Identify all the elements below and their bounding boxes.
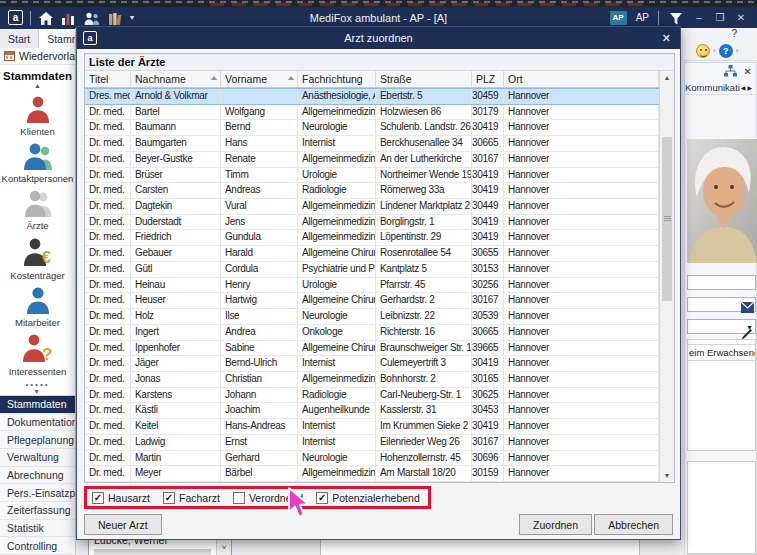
main-nav-item[interactable]: Zeiterfassung bbox=[0, 502, 75, 520]
table-cell: Hannover bbox=[504, 136, 659, 151]
tab-stammdaten[interactable]: Stammdaten bbox=[39, 29, 76, 48]
wiedervorlage-label: Wiedervorlage bbox=[19, 50, 76, 62]
table-row[interactable]: Dr. med. Gebauer Harald Allgemeine Chiru… bbox=[85, 246, 659, 262]
statistics-icon[interactable] bbox=[61, 11, 77, 25]
main-nav-item[interactable]: Abrechnung bbox=[0, 467, 75, 485]
sidebar-item-mitarbeiter[interactable]: Mitarbeiter bbox=[0, 285, 75, 328]
table-row[interactable]: Dr. med. Ladwig Ernst Internist Eilenrie… bbox=[85, 435, 659, 451]
table-cell: Dr. med. bbox=[85, 466, 131, 481]
contact-field[interactable] bbox=[687, 275, 756, 290]
scroll-up-icon[interactable]: ▲ bbox=[660, 71, 674, 84]
dialog-close-icon[interactable]: ✕ bbox=[662, 32, 680, 45]
main-nav-item[interactable]: Stammdaten bbox=[0, 396, 75, 414]
table-row[interactable]: Dr. med. Jonas Christian Allgemeinmedizi… bbox=[85, 372, 659, 388]
table-row[interactable]: Dr. med. Ippenhofer Sabine Allgemeine Ch… bbox=[85, 341, 659, 357]
collapse-up-icon[interactable]: ▲ bbox=[0, 82, 75, 90]
table-row[interactable]: Dr. med. Karstens Johann Radiologie Carl… bbox=[85, 388, 659, 404]
table-row[interactable]: Dr. med. Heuser Hartwig Allgemeine Chiru… bbox=[85, 293, 659, 309]
table-row[interactable]: Dr. med. Baumgarten Hans Internist Berck… bbox=[85, 136, 659, 152]
envelope-icon[interactable] bbox=[741, 299, 754, 317]
column-header-ort[interactable]: Ort bbox=[504, 71, 659, 87]
table-row[interactable]: Dr. med. Holz Ilse Neurologie Leibnizstr… bbox=[85, 309, 659, 325]
assign-button[interactable]: Zuordnen bbox=[519, 514, 592, 535]
ap-badge[interactable]: AP bbox=[610, 11, 627, 25]
table-row[interactable]: Dres. med. Arnold & Volkmar Anästhesiolo… bbox=[85, 88, 659, 105]
new-doctor-button[interactable]: Neuer Arzt bbox=[84, 514, 162, 535]
table-row[interactable]: Dr. med. Gütl Cordula Psychiatrie und Ps… bbox=[85, 262, 659, 278]
books-icon[interactable] bbox=[107, 11, 123, 25]
filter-checkbox[interactable]: ✓ Potenzialerhebend bbox=[316, 492, 420, 504]
table-row[interactable]: Dr. med. Bartel Wolfgang Allgemeinmedizi… bbox=[85, 105, 659, 121]
app-logo-icon[interactable]: a bbox=[8, 10, 23, 25]
main-nav-item[interactable]: Verwaltung bbox=[0, 449, 75, 467]
table-row[interactable]: Dr. med. Baumann Bernd Neurologie Schule… bbox=[85, 120, 659, 136]
toolbar-dropdown-caret[interactable]: ▾ bbox=[130, 13, 134, 22]
filter-icon[interactable] bbox=[668, 11, 684, 25]
chevron-right-icon[interactable]: › bbox=[736, 46, 739, 55]
main-nav-item[interactable]: Pflegeplanung bbox=[0, 431, 75, 449]
column-header-vorname[interactable]: Vorname bbox=[221, 71, 298, 87]
main-nav-item[interactable]: Dokumentation bbox=[0, 414, 75, 432]
sidebar-item-kostentraeger[interactable]: € Kostenträger bbox=[0, 236, 75, 281]
scrollbar-thumb[interactable] bbox=[662, 137, 672, 301]
tab-start[interactable]: Start bbox=[0, 29, 39, 48]
tab-scroll-arrows[interactable]: ◀▶ bbox=[741, 84, 756, 91]
people-icon[interactable] bbox=[84, 11, 100, 25]
table-row[interactable]: Dr. med. Beyer-Gustke Renate Allgemeinme… bbox=[85, 152, 659, 168]
table-row[interactable]: Dr. med. Friedrich Gundula Allgemeinmedi… bbox=[85, 230, 659, 246]
table-row[interactable]: Dr. med. Brüser Timm Urologie Northeimer… bbox=[85, 168, 659, 184]
table-row[interactable]: Dr. med. Jäger Bernd-Ulrich Internist Cu… bbox=[85, 356, 659, 372]
column-header-titel[interactable]: Titel bbox=[85, 71, 131, 87]
column-header-strasse[interactable]: Straße bbox=[376, 71, 472, 87]
chevron-right-icon[interactable]: › bbox=[713, 46, 716, 55]
column-header-plz[interactable]: PLZ bbox=[472, 71, 504, 87]
table-cell: Dr. med. bbox=[85, 372, 131, 387]
checkbox-box[interactable]: ✓ bbox=[233, 492, 245, 504]
table-row[interactable]: Dr. med. Dagtekin Vural Allgemeinmedizin… bbox=[85, 199, 659, 215]
column-header-nachname[interactable]: Nachname bbox=[131, 71, 221, 87]
table-row[interactable]: Dr. med. Duderstadt Jens Allgemeinmedizi… bbox=[85, 215, 659, 231]
minimize-button[interactable]: – bbox=[693, 12, 705, 23]
table-row[interactable]: Dr. med. Martin Gerhard Neurologie Hohen… bbox=[85, 451, 659, 467]
org-chart-icon[interactable] bbox=[724, 65, 737, 77]
ribbon-tabs: Start Stammdaten bbox=[0, 27, 75, 48]
help-circle-icon[interactable]: ? bbox=[719, 44, 733, 58]
checkbox-box[interactable]: ✓ bbox=[92, 492, 104, 504]
table-cell: Radiologie bbox=[298, 183, 376, 198]
feedback-smiley-icon[interactable] bbox=[696, 44, 710, 58]
wiedervorlage-item[interactable]: Wiedervorlage bbox=[0, 48, 75, 65]
maximize-button[interactable]: ❐ bbox=[714, 12, 726, 23]
cancel-button[interactable]: Abbrechen bbox=[594, 514, 673, 535]
filter-checkbox[interactable]: ✓ Facharzt bbox=[163, 492, 220, 504]
close-button[interactable]: ✕ bbox=[735, 12, 747, 23]
table-row[interactable]: Dr. med. Meyer Bärbel Allgemeinmedizin A… bbox=[85, 466, 659, 482]
checkbox-label: Facharzt bbox=[179, 492, 220, 504]
table-cell: Gütl bbox=[131, 262, 221, 277]
sidebar-item-kontaktpersonen[interactable]: Kontaktpersonen bbox=[0, 141, 75, 184]
table-row[interactable]: Dr. med. Ingert Andrea Onkologe Richters… bbox=[85, 325, 659, 341]
home-icon[interactable] bbox=[38, 11, 54, 25]
main-nav-item[interactable]: Controlling bbox=[0, 537, 75, 555]
table-row[interactable]: Dr. med. Kästli Joachim Augenheilkunde K… bbox=[85, 403, 659, 419]
panel-close-icon[interactable]: ✕ bbox=[744, 66, 752, 77]
email-field[interactable] bbox=[687, 297, 756, 312]
help-label[interactable]: ? bbox=[731, 28, 737, 39]
main-nav-item[interactable]: Pers.-Einsatzpl. bbox=[0, 484, 75, 502]
scroll-down-icon[interactable]: ▼ bbox=[660, 469, 674, 482]
checkbox-box[interactable]: ✓ bbox=[316, 492, 328, 504]
main-nav-item[interactable]: Statistik bbox=[0, 520, 75, 538]
assign-doctor-dialog: a Arzt zuordnen ✕ Liste der Ärzte Titel … bbox=[76, 26, 681, 540]
column-header-fachrichtung[interactable]: Fachrichtung bbox=[298, 71, 376, 87]
filter-checkbox[interactable]: ✓ Hausarzt bbox=[92, 492, 150, 504]
sidebar-resize-handle[interactable]: •••••▾ bbox=[0, 381, 75, 395]
table-row[interactable]: Dr. med. Heinau Henry Urologie Pfarrstr.… bbox=[85, 278, 659, 294]
edit-pencil-icon[interactable] bbox=[741, 326, 753, 344]
table-row[interactable]: Dr. med. Keitel Hans-Andreas Internist I… bbox=[85, 419, 659, 435]
communication-tab[interactable]: Kommunikati ◀▶ bbox=[685, 81, 756, 95]
table-row[interactable]: Dr. med. Carsten Andreas Radiologie Röme… bbox=[85, 183, 659, 199]
table-scrollbar[interactable]: ▲ ▼ bbox=[659, 71, 674, 482]
sidebar-item-klienten[interactable]: Klienten bbox=[0, 94, 75, 137]
checkbox-box[interactable]: ✓ bbox=[163, 492, 175, 504]
sidebar-item-interessenten[interactable]: ? Interessenten bbox=[0, 332, 75, 377]
sidebar-item-aerzte[interactable]: Ärzte bbox=[0, 188, 75, 231]
